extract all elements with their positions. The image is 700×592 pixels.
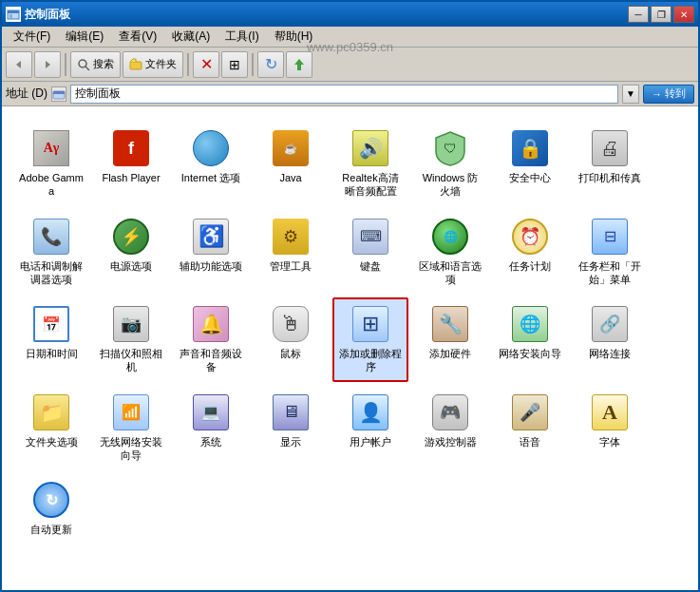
icon-item-realtek-audio[interactable]: 🔊Realtek高清晰音频配置 <box>332 122 408 206</box>
window-icon <box>6 7 21 22</box>
icon-item-internet-options[interactable]: Internet 选项 <box>173 122 249 206</box>
icon-item-taskbar-menu[interactable]: ⊟任务栏和「开始」菜单 <box>572 210 648 295</box>
icon-item-regional-lang[interactable]: 🌐区域和语言选项 <box>412 210 488 295</box>
icon-label-accessibility: 辅助功能选项 <box>180 259 242 273</box>
svg-rect-2 <box>9 14 12 18</box>
icon-item-auto-update[interactable]: ↻自动更新 <box>13 473 89 544</box>
forward-button[interactable] <box>34 51 61 78</box>
toolbar-separator-3 <box>252 53 254 76</box>
icon-label-network-connections: 网络连接 <box>589 347 631 360</box>
back-button[interactable] <box>6 51 32 78</box>
icon-item-folder-options[interactable]: 📁文件夹选项 <box>13 386 89 470</box>
icon-item-system[interactable]: 💻系统 <box>173 386 249 470</box>
icon-img-taskbar-menu: ⊟ <box>591 218 629 256</box>
icon-label-printers: 打印机和传真 <box>578 171 641 184</box>
icon-label-game-controllers: 游戏控制器 <box>425 435 477 449</box>
icon-img-accessibility: ♿ <box>192 218 230 256</box>
svg-marker-4 <box>46 61 50 68</box>
icon-item-java[interactable]: ☕Java <box>253 122 329 206</box>
icon-label-speech: 语音 <box>520 435 540 449</box>
folders-button[interactable]: 文件夹 <box>123 51 183 78</box>
icon-img-auto-update: ↻ <box>32 481 70 519</box>
icon-img-realtek-audio: 🔊 <box>351 129 389 167</box>
search-icon <box>77 58 90 71</box>
window: 控制面板 ─ ❐ ✕ 文件(F) 编辑(E) 查看(V) 收藏(A) 工具(I)… <box>0 0 700 592</box>
icon-item-game-controllers[interactable]: 🎮游戏控制器 <box>412 386 488 470</box>
icon-item-speech[interactable]: 🎤语音 <box>492 386 568 470</box>
icon-label-regional-lang: 区域和语言选项 <box>418 259 482 287</box>
icon-item-accessibility[interactable]: ♿辅助功能选项 <box>173 210 249 295</box>
menu-file[interactable]: 文件(F) <box>6 27 58 47</box>
icon-label-power-options: 电源选项 <box>110 259 152 273</box>
icon-img-printers: 🖨 <box>591 129 629 167</box>
icon-item-mouse[interactable]: 🖱鼠标 <box>253 297 329 382</box>
icon-item-adobe-gamma[interactable]: AγAdobe Gamma <box>13 122 89 206</box>
views-button[interactable]: ⊞ <box>221 51 248 78</box>
icon-item-date-time[interactable]: 📅日期和时间 <box>13 297 89 382</box>
svg-text:🛡: 🛡 <box>444 141 457 156</box>
toolbar-separator-1 <box>65 53 66 76</box>
svg-marker-3 <box>16 61 21 68</box>
title-bar: 控制面板 ─ ❐ ✕ <box>2 2 698 27</box>
toolbar: 搜索 文件夹 ✕ ⊞ ↻ <box>2 48 698 82</box>
icon-item-flash-player[interactable]: fFlash Player <box>93 122 169 206</box>
icon-img-mouse: 🖱 <box>272 305 310 343</box>
icon-item-phone-modem[interactable]: 📞电话和调制解调器选项 <box>13 210 89 295</box>
window-controls: ─ ❐ ✕ <box>628 6 694 23</box>
go-up-button[interactable] <box>286 51 312 78</box>
icon-item-printers[interactable]: 🖨打印机和传真 <box>572 122 648 206</box>
icon-item-security-center[interactable]: 🔒安全中心 <box>492 122 568 206</box>
icon-item-sounds-audio[interactable]: 🔔声音和音频设备 <box>173 297 249 382</box>
icon-item-scanner-camera[interactable]: 📷扫描仪和照相机 <box>93 297 169 382</box>
delete-button[interactable]: ✕ <box>193 51 219 78</box>
icon-label-admin-tools: 管理工具 <box>270 259 312 273</box>
icon-img-phone-modem: 📞 <box>32 218 70 256</box>
search-button[interactable]: 搜索 <box>70 51 121 78</box>
icon-label-flash-player: Flash Player <box>102 171 160 184</box>
icon-item-user-accounts[interactable]: 👤用户帐户 <box>332 386 408 470</box>
menu-tools[interactable]: 工具(I) <box>218 27 266 47</box>
go-up-icon <box>292 57 307 72</box>
content-area: www.pc0359.cn AγAdobe GammafFlash Player… <box>2 106 698 590</box>
icon-item-power-options[interactable]: ⚡电源选项 <box>93 210 169 295</box>
menu-view[interactable]: 查看(V) <box>111 27 164 47</box>
icon-item-network-setup[interactable]: 🌐网络安装向导 <box>492 297 568 382</box>
minimize-button[interactable]: ─ <box>628 6 649 23</box>
icon-img-scanner-camera: 📷 <box>112 305 150 343</box>
icon-item-admin-tools[interactable]: ⚙管理工具 <box>253 210 329 295</box>
address-dropdown[interactable]: ▼ <box>622 85 639 104</box>
icon-item-display[interactable]: 🖥显示 <box>253 386 329 470</box>
menu-help[interactable]: 帮助(H) <box>267 27 321 47</box>
icon-item-add-hardware[interactable]: 🔧添加硬件 <box>412 297 488 382</box>
icon-img-game-controllers: 🎮 <box>431 393 469 431</box>
icon-item-windows-firewall[interactable]: 🛡Windows 防火墙 <box>412 122 488 206</box>
menu-favorites[interactable]: 收藏(A) <box>164 27 218 47</box>
icon-item-scheduled-tasks[interactable]: ⏰任务计划 <box>492 210 568 295</box>
icon-item-fonts[interactable]: A字体 <box>572 386 648 470</box>
svg-line-6 <box>85 67 89 70</box>
icon-label-wireless-setup: 无线网络安装向导 <box>99 435 163 463</box>
icon-img-flash-player: f <box>112 129 150 167</box>
icon-item-keyboard[interactable]: ⌨键盘 <box>332 210 408 295</box>
menu-edit[interactable]: 编辑(E) <box>58 27 111 47</box>
icon-item-wireless-setup[interactable]: 📶无线网络安装向导 <box>93 386 169 470</box>
icon-label-keyboard: 键盘 <box>360 259 381 273</box>
icon-label-network-setup: 网络安装向导 <box>499 347 561 360</box>
go-button[interactable]: → 转到 <box>643 85 694 104</box>
icon-label-date-time: 日期和时间 <box>26 347 78 360</box>
icon-label-scheduled-tasks: 任务计划 <box>509 259 551 273</box>
restore-button[interactable]: ❐ <box>651 6 672 23</box>
svg-marker-8 <box>294 59 304 70</box>
address-input[interactable] <box>70 85 618 104</box>
icon-label-adobe-gamma: Adobe Gamma <box>19 171 84 199</box>
icon-img-system: 💻 <box>192 393 230 431</box>
icon-label-mouse: 鼠标 <box>280 347 301 360</box>
icon-item-add-remove[interactable]: ⊞添加或删除程序 <box>332 297 408 382</box>
icon-label-security-center: 安全中心 <box>509 171 551 184</box>
icon-item-network-connections[interactable]: 🔗网络连接 <box>572 297 648 382</box>
close-button[interactable]: ✕ <box>673 6 694 23</box>
address-icon <box>51 86 66 102</box>
icon-img-sounds-audio: 🔔 <box>192 305 230 343</box>
refresh-button[interactable]: ↻ <box>257 51 284 78</box>
icon-label-add-hardware: 添加硬件 <box>429 347 471 360</box>
